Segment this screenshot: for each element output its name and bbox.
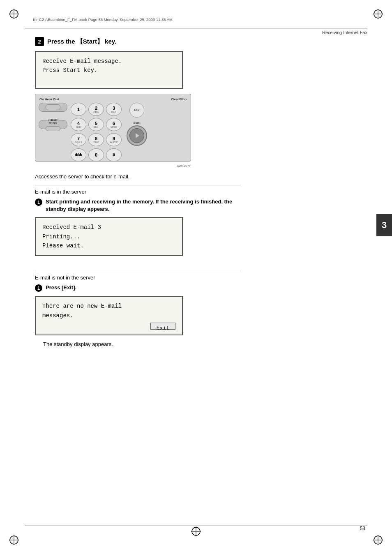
lcd3-line2: messages. xyxy=(42,311,175,320)
keypad-rows: Pause/Redial 1 2ABC 3DEF 4GHI 5JKL 6MNO … xyxy=(39,103,187,162)
on-hook-label: On Hook Dial xyxy=(39,97,59,101)
key-7[interactable]: 7PQRS xyxy=(71,133,86,146)
keypad-area: On Hook Dial Clear/Stop Pause/Redial xyxy=(35,94,191,162)
keypad-left: Pause/Redial xyxy=(39,103,67,162)
lcd2-line3: Please wait. xyxy=(42,241,175,250)
key-star[interactable]: ✱/✱ xyxy=(71,148,86,162)
header-title: Receiving Internet Fax xyxy=(322,30,367,35)
main-content: 2 Press the 【Start】 key. Receive E-mail … xyxy=(35,37,353,352)
body-text-1: Accesses the server to check for e-mail. xyxy=(35,173,240,181)
start-area: Start xyxy=(127,121,147,146)
key-hash[interactable]: # xyxy=(106,148,122,162)
key-0[interactable]: 0 xyxy=(88,148,104,162)
footer-bar xyxy=(25,524,367,526)
key-3[interactable]: 3DEF xyxy=(106,103,122,116)
keypad-numbers: 1 2ABC 3DEF 4GHI 5JKL 6MNO 7PQRS 8TUV 9W… xyxy=(71,103,122,162)
step2-text: Press the 【Start】 key. xyxy=(47,38,116,46)
header-bar: Receiving Internet Fax xyxy=(25,28,367,35)
key-1[interactable]: 1 xyxy=(71,103,86,116)
lcd2-line2: Printing... xyxy=(42,232,175,241)
start-button[interactable] xyxy=(127,125,147,146)
key-5[interactable]: 5JKL xyxy=(88,118,104,131)
bullet-step-2: 1 Press [Exit]. xyxy=(35,284,236,292)
clear-stop-label-text: Clear/Stop xyxy=(171,97,187,101)
keypad-top-labels: On Hook Dial Clear/Stop xyxy=(39,97,187,101)
keypad-note: AAN207F xyxy=(35,164,191,168)
bullet2-text: Press [Exit]. xyxy=(46,284,76,291)
step2-heading: 2 Press the 【Start】 key. xyxy=(35,37,353,46)
section2-label: E-mail is not in the server xyxy=(35,275,353,281)
key-4[interactable]: 4GHI xyxy=(71,118,86,131)
step2-number: 2 xyxy=(35,37,44,46)
bullet1-number: 1 xyxy=(35,199,42,206)
corner-mark-br xyxy=(372,534,384,546)
bullet-step-1: 1 Start printing and receiving in the me… xyxy=(35,198,236,213)
start-label: Start xyxy=(134,121,141,125)
start-key-name: Start xyxy=(83,38,97,45)
file-info: Kir-C2-AEcombine_F_FM.book Page 53 Monda… xyxy=(33,17,173,22)
chapter-tab: 3 xyxy=(376,214,392,236)
lcd-display-1: Receive E-mail message. Press Start key. xyxy=(35,51,183,89)
corner-mark-tl xyxy=(8,8,20,20)
lcd-display-3: There are no new E-mail messages. Exit xyxy=(35,296,183,335)
key-2[interactable]: 2ABC xyxy=(88,103,104,116)
pause-redial-label: Pause/Redial xyxy=(46,118,60,125)
section-rule-1 xyxy=(35,185,240,185)
corner-mark-tr xyxy=(372,8,384,20)
lcd2-line1: Received E-mail 3 xyxy=(42,223,175,232)
key-9[interactable]: 9WXYZ xyxy=(106,133,122,146)
lcd-display-2: Received E-mail 3 Printing... Please wai… xyxy=(35,217,183,256)
lcd3-line1: There are no new E-mail xyxy=(42,302,175,311)
key-6[interactable]: 6MNO xyxy=(106,118,122,131)
footer-body-text: The standby display appears. xyxy=(43,340,249,349)
bracket-open: 【 xyxy=(77,38,83,45)
corner-mark-bl xyxy=(8,534,20,546)
bracket-close: 】 xyxy=(97,38,103,45)
clear-stop-button[interactable]: C/⊘ xyxy=(129,103,144,118)
pause-redial-button[interactable]: Pause/Redial xyxy=(39,120,67,129)
bullet2-number: 1 xyxy=(35,284,42,292)
clear-stop-symbol: C/⊘ xyxy=(134,108,140,112)
lcd1-line1: Receive E-mail message. xyxy=(42,57,175,66)
svg-marker-15 xyxy=(136,133,139,138)
on-hook-dial-button[interactable] xyxy=(39,103,67,112)
lcd1-line2: Press Start key. xyxy=(42,66,175,75)
exit-button[interactable]: Exit xyxy=(150,323,175,330)
bullet1-text: Start printing and receiving in the memo… xyxy=(46,198,236,213)
page-number: 53 xyxy=(360,526,365,531)
section1-label: E-mail is in the server xyxy=(35,189,353,195)
bottom-center-mark xyxy=(190,526,202,538)
keypad-right: C/⊘ Start xyxy=(127,103,147,162)
start-button-inner xyxy=(129,128,144,143)
section-rule-2 xyxy=(35,271,240,271)
key-8[interactable]: 8TUV xyxy=(88,133,104,146)
